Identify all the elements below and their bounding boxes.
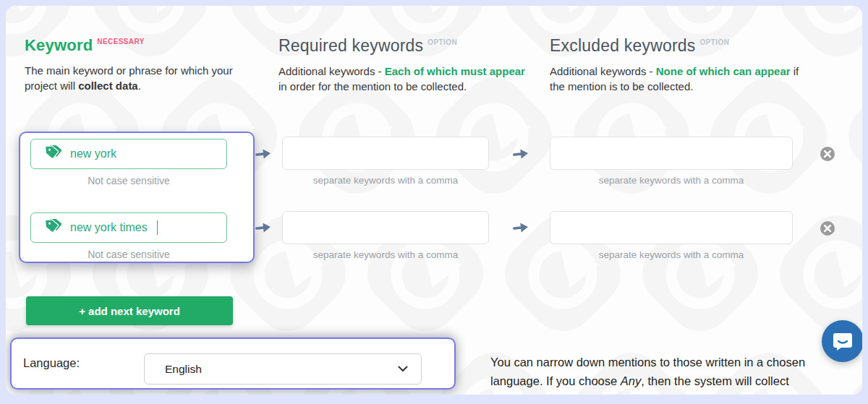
keyword-input-1[interactable]: new york [30, 139, 227, 169]
keyword-column-header: KeywordNECESSARY The main keyword or phr… [25, 36, 242, 93]
language-info-text: You can narrow down mentions to those wr… [490, 353, 838, 395]
excluded-keywords-input-1[interactable] [550, 137, 793, 170]
chat-bubble-icon [832, 330, 854, 352]
language-selected-value: English [165, 363, 398, 376]
excluded-title: Excluded keywords [550, 36, 696, 55]
excluded-keywords-input-2[interactable] [550, 211, 793, 244]
necessary-badge: NECESSARY [97, 38, 144, 46]
keyword-input-2[interactable]: new york times [30, 212, 227, 243]
keyword-value: new york times [70, 221, 148, 234]
project-keyword-settings-page: { "columns": { "keyword": { "title": "Ke… [0, 0, 868, 404]
keyword-description: The main keyword or phrase for which you… [25, 63, 242, 93]
required-description: Additional keywords - Each of which must… [278, 64, 536, 94]
required-title: Required keywords [278, 36, 423, 55]
keyword-panel: new york Not case sensitive new york tim… [19, 132, 255, 263]
required-keywords-input-1[interactable] [282, 137, 489, 170]
arrow-right-icon [255, 147, 272, 160]
tag-icon [43, 219, 61, 236]
add-next-keyword-button[interactable]: + add next keyword [26, 296, 233, 325]
option-badge: OPTION [427, 38, 457, 46]
comma-hint: separate keywords with a comma [550, 249, 793, 260]
keyword-value: new york [70, 147, 116, 160]
settings-card: KeywordNECESSARY The main keyword or phr… [6, 6, 862, 395]
required-column-header: Required keywordsOPTION Additional keywo… [278, 36, 536, 94]
language-select[interactable]: English [144, 353, 422, 384]
case-sensitivity-hint: Not case sensitive [30, 249, 227, 260]
excluded-column-header: Excluded keywordsOPTION Additional keywo… [550, 36, 804, 94]
required-keywords-input-2[interactable] [282, 211, 489, 244]
arrow-right-icon [512, 221, 529, 234]
tag-icon [43, 145, 61, 163]
comma-hint: separate keywords with a comma [282, 175, 489, 186]
text-cursor [157, 220, 158, 235]
chevron-down-icon [398, 366, 408, 372]
chat-widget-button[interactable] [822, 320, 862, 362]
arrow-right-icon [512, 147, 529, 160]
keyword-title: Keyword [25, 36, 93, 54]
close-circle-icon[interactable] [820, 220, 835, 236]
option-badge: OPTION [700, 38, 730, 46]
comma-hint: separate keywords with a comma [282, 249, 489, 260]
arrow-right-icon [255, 221, 272, 234]
excluded-description: Additional keywords - None of which can … [550, 64, 804, 94]
language-panel: Language: English [10, 338, 456, 390]
close-circle-icon[interactable] [820, 146, 835, 162]
case-sensitivity-hint: Not case sensitive [30, 175, 227, 186]
language-label: Language: [23, 356, 80, 370]
comma-hint: separate keywords with a comma [550, 175, 793, 186]
